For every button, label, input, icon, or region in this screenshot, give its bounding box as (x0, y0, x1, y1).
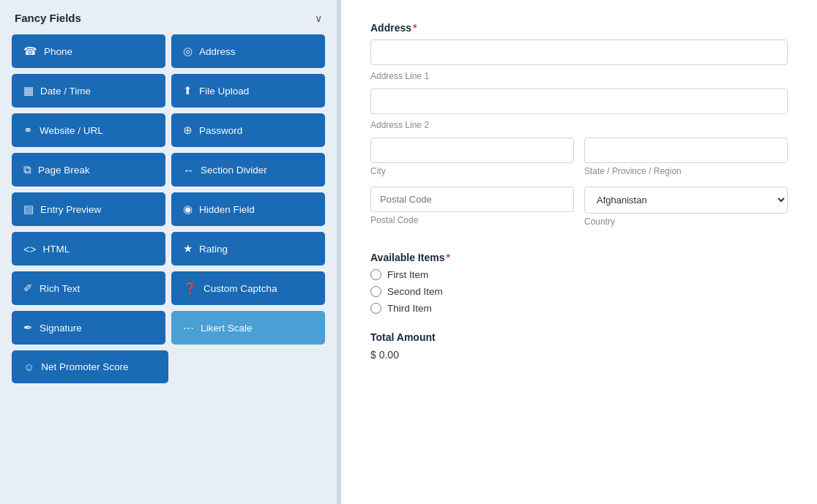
field-btn-address[interactable]: ◎Address (171, 34, 325, 68)
country-label: Country (584, 217, 788, 227)
panel-header: Fancy Fields ∨ (12, 12, 325, 24)
field-btn-website[interactable]: ⚭Website / URL (12, 113, 165, 147)
total-amount-label: Total Amount (370, 331, 788, 343)
signature-icon: ✒ (23, 321, 33, 334)
required-star: * (413, 22, 417, 34)
entrypreview-icon: ▤ (23, 203, 34, 216)
hiddenfield-label: Hidden Field (199, 204, 255, 215)
rating-label: Rating (199, 244, 228, 255)
richtext-label: Rich Text (40, 283, 80, 294)
chevron-down-icon[interactable]: ∨ (315, 12, 322, 24)
rating-icon: ★ (183, 242, 193, 255)
field-btn-phone[interactable]: ☎Phone (12, 34, 165, 68)
radio-group: First ItemSecond ItemThird Item (370, 269, 788, 314)
field-btn-datetime[interactable]: ▦Date / Time (12, 74, 165, 108)
signature-label: Signature (40, 323, 82, 334)
radio-input-2[interactable] (370, 303, 381, 314)
fields-grid: ☎Phone◎Address▦Date / Time⬆File Upload⚭W… (12, 34, 325, 383)
address-label: Address (199, 46, 236, 57)
customcaptcha-label: Custom Captcha (204, 283, 277, 294)
field-btn-richtext[interactable]: ✐Rich Text (12, 271, 165, 305)
country-select[interactable]: Afghanistan Albania Algeria United State… (584, 187, 788, 214)
sectiondivider-label: Section Divider (201, 165, 267, 176)
total-amount-section: Total Amount $ 0.00 (370, 331, 788, 361)
likertscale-label: Likert Scale (201, 323, 253, 334)
radio-input-0[interactable] (370, 269, 381, 280)
address-label: Address* (370, 22, 788, 34)
datetime-label: Date / Time (40, 86, 91, 97)
entrypreview-label: Entry Preview (40, 204, 101, 215)
address-section: Address* Address Line 1 Address Line 2 C… (370, 22, 788, 234)
html-label: HTML (43, 244, 70, 255)
postal-code-label: Postal Code (370, 215, 574, 225)
field-btn-hiddenfield[interactable]: ◉Hidden Field (171, 192, 325, 226)
address-line1-label: Address Line 1 (370, 71, 788, 81)
state-label: State / Province / Region (584, 166, 788, 176)
address-line1-input[interactable] (370, 40, 788, 65)
panel-title: Fancy Fields (15, 12, 81, 24)
password-icon: ⊕ (183, 124, 193, 137)
field-btn-signature[interactable]: ✒Signature (12, 311, 165, 345)
radio-input-1[interactable] (370, 286, 381, 297)
website-icon: ⚭ (23, 124, 33, 137)
address-line2-input[interactable] (370, 89, 788, 114)
field-btn-fileupload[interactable]: ⬆File Upload (171, 74, 325, 108)
city-input[interactable] (370, 138, 574, 163)
field-btn-sectiondivider[interactable]: ↔Section Divider (171, 153, 325, 187)
phone-icon: ☎ (23, 45, 37, 58)
full-width-btn-wrapper-netpromoter: ☺Net Promoter Score (12, 350, 325, 383)
right-panel: Address* Address Line 1 Address Line 2 C… (341, 0, 817, 504)
netpromoter-icon: ☺ (23, 361, 34, 373)
total-amount-value: $ 0.00 (370, 349, 788, 361)
city-label: City (370, 166, 574, 176)
field-btn-rating[interactable]: ★Rating (171, 232, 325, 266)
richtext-icon: ✐ (23, 282, 33, 295)
radio-item-2: Third Item (370, 303, 788, 314)
available-items-section: Available Items* First ItemSecond ItemTh… (370, 252, 788, 314)
radio-label-2: Third Item (387, 303, 432, 314)
address-line2-label: Address Line 2 (370, 120, 788, 130)
field-btn-entrypreview[interactable]: ▤Entry Preview (12, 192, 165, 226)
field-btn-pagebreak[interactable]: ⧉Page Break (12, 153, 165, 187)
sectiondivider-icon: ↔ (183, 164, 194, 176)
field-btn-html[interactable]: <>HTML (12, 232, 165, 266)
fileupload-label: File Upload (199, 86, 249, 97)
address-icon: ◎ (183, 45, 193, 58)
datetime-icon: ▦ (23, 84, 34, 97)
radio-item-0: First Item (370, 269, 788, 280)
field-btn-password[interactable]: ⊕Password (171, 113, 325, 147)
available-items-label: Available Items* (370, 252, 788, 263)
state-input[interactable] (584, 138, 788, 163)
html-icon: <> (23, 243, 37, 255)
website-label: Website / URL (40, 125, 103, 136)
hiddenfield-icon: ◉ (183, 203, 193, 216)
customcaptcha-icon: ❓ (183, 282, 197, 295)
postal-code-input[interactable] (370, 187, 574, 212)
pagebreak-label: Page Break (38, 165, 90, 176)
required-star-2: * (446, 252, 449, 263)
phone-label: Phone (44, 46, 72, 57)
pagebreak-icon: ⧉ (23, 163, 31, 176)
left-panel: Fancy Fields ∨ ☎Phone◎Address▦Date / Tim… (0, 0, 337, 504)
field-btn-likertscale[interactable]: ⋯Likert Scale (171, 311, 325, 345)
radio-item-1: Second Item (370, 286, 788, 297)
field-btn-customcaptcha[interactable]: ❓Custom Captcha (171, 271, 325, 305)
password-label: Password (199, 125, 242, 136)
radio-label-1: Second Item (387, 286, 443, 297)
likertscale-icon: ⋯ (183, 321, 194, 334)
fileupload-icon: ⬆ (183, 84, 193, 97)
field-btn-netpromoter[interactable]: ☺Net Promoter Score (12, 350, 168, 383)
radio-label-0: First Item (387, 269, 428, 280)
netpromoter-label: Net Promoter Score (41, 361, 128, 372)
